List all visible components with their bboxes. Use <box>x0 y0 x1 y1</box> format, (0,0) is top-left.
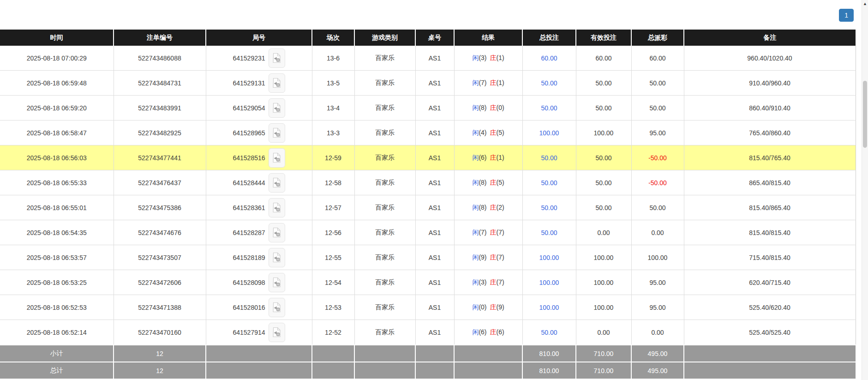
total-bet-link[interactable]: 50.00 <box>541 329 557 336</box>
result-player-score: (4) <box>479 129 486 136</box>
video-replay-button[interactable] <box>269 248 285 267</box>
cell-bet-id: 522743470160 <box>114 320 206 345</box>
table-row[interactable]: 2025-08-18 06:54:35 522743474676 6415282… <box>0 220 856 245</box>
result-banker-score: (1) <box>497 54 504 61</box>
table-row[interactable]: 2025-08-18 06:52:53 522743471388 6415280… <box>0 295 856 320</box>
cell-result: 闲(8)庄(0) <box>454 96 522 121</box>
result-banker-label: 庄 <box>490 253 497 261</box>
cell-result: 闲(3)庄(7) <box>454 270 522 295</box>
result-banker-label: 庄 <box>490 104 497 111</box>
column-header-9: 总派彩 <box>631 30 684 46</box>
total-bet-link[interactable]: 50.00 <box>541 104 557 112</box>
table-row[interactable]: 2025-08-18 06:58:47 522743482925 6415289… <box>0 121 856 145</box>
scrollbar-up-arrow-icon[interactable]: ▲ <box>862 1 868 6</box>
table-row[interactable]: 2025-08-18 06:53:25 522743472606 6415280… <box>0 270 856 295</box>
video-replay-button[interactable] <box>269 323 285 342</box>
cell-valid-bet: 100.00 <box>576 295 631 320</box>
table-row[interactable]: 2025-08-18 06:53:57 522743473507 6415281… <box>0 245 856 270</box>
result-banker-label: 庄 <box>490 79 497 86</box>
column-header-8: 有效投注 <box>576 30 631 46</box>
table-row[interactable]: 2025-08-18 06:59:48 522743484731 6415291… <box>0 71 856 96</box>
video-replay-button[interactable] <box>269 173 285 193</box>
subtotal-empty-result <box>454 345 522 362</box>
result-player-score: (6) <box>479 154 486 161</box>
cell-total-bet: 50.00 <box>522 170 576 195</box>
pagination-page-1-button[interactable]: 1 <box>839 9 854 22</box>
cell-result: 闲(3)庄(1) <box>454 46 522 71</box>
cell-payout: 0.00 <box>631 320 684 345</box>
round-number: 641529131 <box>233 79 265 87</box>
cell-session: 12-56 <box>312 220 354 245</box>
cell-payout: -50.00 <box>631 170 684 195</box>
result-player-score: (3) <box>479 54 486 61</box>
cell-remark: 815.40/765.40 <box>684 145 856 170</box>
total-bet-link[interactable]: 50.00 <box>541 204 557 211</box>
video-replay-button[interactable] <box>269 298 285 317</box>
cell-valid-bet: 50.00 <box>576 195 631 220</box>
video-replay-button[interactable] <box>269 73 285 93</box>
cell-time: 2025-08-18 06:52:14 <box>0 320 114 345</box>
round-number: 641528016 <box>233 304 265 311</box>
cell-payout: 50.00 <box>631 71 684 96</box>
video-replay-button[interactable] <box>269 273 285 292</box>
table-row[interactable]: 2025-08-18 06:55:01 522743475386 6415283… <box>0 195 856 220</box>
total-bet-link[interactable]: 100.00 <box>539 254 559 261</box>
table-row[interactable]: 2025-08-18 06:59:20 522743483991 6415290… <box>0 96 856 121</box>
vertical-scrollbar[interactable]: ▲ <box>862 0 868 380</box>
video-replay-button[interactable] <box>269 148 285 168</box>
bet-records-table: 时间注单编号局号场次游戏类别桌号结果总投注有效投注总派彩备注 2025-08-1… <box>0 30 856 379</box>
result-player-score: (3) <box>479 278 486 286</box>
table-row[interactable]: 2025-08-18 06:52:14 522743470160 6415279… <box>0 320 856 345</box>
total-bet-link[interactable]: 50.00 <box>541 154 557 162</box>
grand-total-row: 总计 12 810.00 710.00 495.00 <box>0 362 856 379</box>
cell-game-type: 百家乐 <box>354 71 415 96</box>
result-player-score: (8) <box>479 204 486 211</box>
subtotal-payout: 495.00 <box>631 345 684 362</box>
total-bet-link[interactable]: 100.00 <box>539 129 559 137</box>
result-banker-label: 庄 <box>490 328 497 336</box>
grand-total-count: 12 <box>114 362 206 379</box>
scrollbar-thumb[interactable] <box>863 81 867 148</box>
total-bet-link[interactable]: 60.00 <box>541 54 557 62</box>
cell-bet-id: 522743472606 <box>114 270 206 295</box>
subtotal-count: 12 <box>114 345 206 362</box>
total-bet-link[interactable]: 100.00 <box>539 304 559 311</box>
cell-remark: 960.40/1020.40 <box>684 46 856 71</box>
cell-time: 2025-08-18 06:59:20 <box>0 96 114 121</box>
video-replay-button[interactable] <box>269 223 285 242</box>
cell-bet-id: 522743471388 <box>114 295 206 320</box>
cell-time: 2025-08-18 07:00:29 <box>0 46 114 71</box>
cell-game-type: 百家乐 <box>354 96 415 121</box>
grand-total-total-bet: 810.00 <box>522 362 576 379</box>
cell-time: 2025-08-18 06:55:33 <box>0 170 114 195</box>
subtotal-total-bet: 810.00 <box>522 345 576 362</box>
total-bet-link[interactable]: 50.00 <box>541 179 557 187</box>
table-row[interactable]: 2025-08-18 07:00:29 522743486088 6415292… <box>0 46 856 71</box>
cell-valid-bet: 100.00 <box>576 121 631 145</box>
video-replay-button[interactable] <box>269 123 285 143</box>
video-file-icon <box>272 152 281 163</box>
cell-total-bet: 100.00 <box>522 121 576 145</box>
cell-round: 641528361 <box>206 195 312 220</box>
total-bet-link[interactable]: 50.00 <box>541 229 557 236</box>
table-row[interactable]: 2025-08-18 06:55:33 522743476437 6415284… <box>0 170 856 195</box>
table-row[interactable]: 2025-08-18 06:56:03 522743477441 6415285… <box>0 145 856 170</box>
result-player-label: 闲 <box>472 129 479 136</box>
video-replay-button[interactable] <box>269 98 285 118</box>
grand-total-payout: 495.00 <box>631 362 684 379</box>
result-player-label: 闲 <box>472 54 479 61</box>
table-header: 时间注单编号局号场次游戏类别桌号结果总投注有效投注总派彩备注 <box>0 30 856 46</box>
cell-payout: 50.00 <box>631 195 684 220</box>
cell-result: 闲(9)庄(7) <box>454 245 522 270</box>
cell-bet-id: 522743483991 <box>114 96 206 121</box>
result-player-label: 闲 <box>472 204 479 211</box>
video-file-icon <box>272 327 281 338</box>
video-replay-button[interactable] <box>269 48 285 68</box>
video-file-icon <box>272 252 281 263</box>
video-replay-button[interactable] <box>269 198 285 217</box>
cell-session: 12-53 <box>312 295 354 320</box>
total-bet-link[interactable]: 50.00 <box>541 79 557 87</box>
video-file-icon <box>272 202 281 213</box>
total-bet-link[interactable]: 100.00 <box>539 279 559 286</box>
cell-round: 641528444 <box>206 170 312 195</box>
